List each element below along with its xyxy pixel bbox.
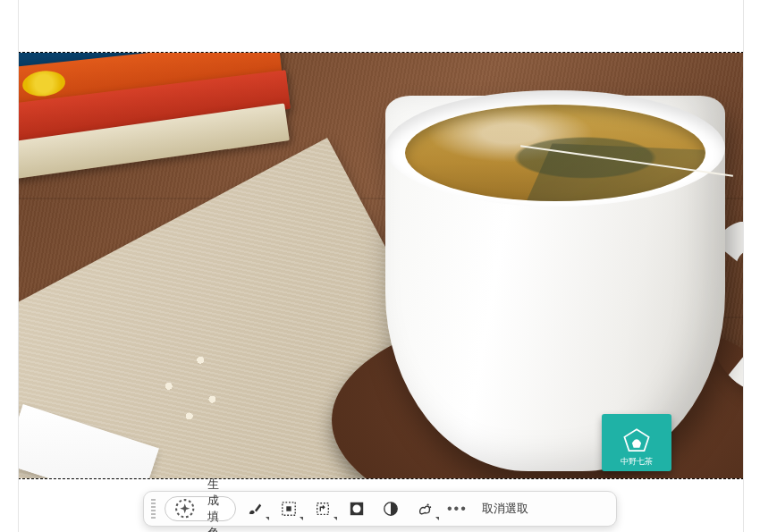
more-icon: •••	[447, 501, 468, 516]
marquee-selection[interactable]: 中野七茶	[18, 52, 744, 479]
more-button[interactable]: •••	[443, 501, 471, 517]
mask-button[interactable]	[342, 495, 372, 522]
tea-tag: 中野七茶	[602, 414, 671, 471]
select-subject-icon	[281, 501, 297, 517]
chevron-down-icon	[435, 517, 439, 520]
contextual-task-bar[interactable]: 生成填色	[143, 491, 617, 527]
chevron-down-icon	[266, 517, 269, 520]
svg-point-7	[427, 503, 429, 505]
adjustment-button[interactable]	[376, 495, 406, 522]
content-aware-fill-icon	[417, 501, 433, 517]
svg-point-5	[353, 505, 361, 513]
generative-fill-label: 生成填色	[202, 477, 224, 532]
transform-selection-button[interactable]	[308, 495, 338, 522]
generative-sparkle-icon	[173, 496, 197, 520]
chevron-down-icon	[300, 517, 303, 520]
brush-tool-button[interactable]	[240, 495, 270, 522]
adjustment-icon	[383, 501, 399, 517]
content-aware-fill-button[interactable]	[410, 495, 440, 522]
deselect-button[interactable]: 取消選取	[475, 497, 536, 520]
brush-icon	[247, 501, 263, 517]
tea-tag-brand: 中野七茶	[621, 456, 653, 468]
generative-fill-button[interactable]: 生成填色	[165, 496, 236, 521]
mask-icon	[349, 501, 365, 517]
select-subject-button[interactable]	[274, 495, 304, 522]
chevron-down-icon	[334, 517, 337, 520]
drag-grip-icon[interactable]	[151, 499, 156, 519]
image-content: 中野七茶	[19, 53, 743, 478]
tea-tag-logo-icon	[621, 427, 652, 454]
canvas[interactable]: 中野七茶	[18, 0, 744, 532]
tea-cup	[367, 96, 743, 478]
remove-background-icon	[315, 501, 331, 517]
svg-point-8	[429, 506, 431, 508]
svg-rect-2	[286, 506, 291, 511]
